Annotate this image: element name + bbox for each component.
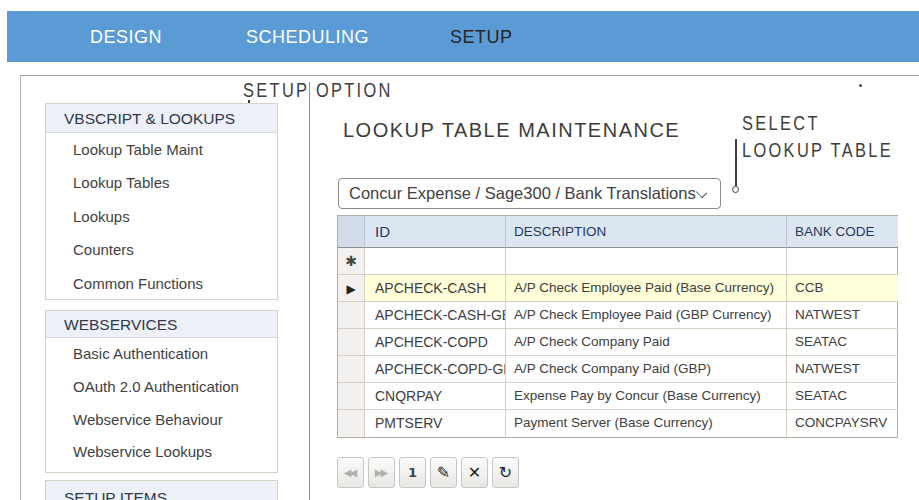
sidebar-section-vbscript-lookups: VBSCRIPT & LOOKUPS Lookup Table Maint Lo… bbox=[45, 103, 278, 300]
last-page-button[interactable]: ▶▶ bbox=[368, 457, 395, 488]
row-selector[interactable] bbox=[338, 329, 365, 356]
nav-item-design[interactable]: DESIGN bbox=[90, 26, 162, 47]
grid-cell-description[interactable]: A/P Check Company Paid (GBP) bbox=[506, 356, 787, 383]
select-lookup-callout-dot bbox=[732, 186, 739, 193]
grid-cell-id[interactable]: APCHECK-CASH bbox=[365, 275, 506, 302]
row-selector[interactable] bbox=[338, 383, 365, 410]
chevron-down-icon bbox=[696, 187, 707, 198]
grid-cell-bank-code[interactable]: NATWEST bbox=[787, 356, 898, 383]
grid-cell-id[interactable]: PMTSERV bbox=[365, 410, 506, 437]
sidebar-item-webservice-lookups[interactable]: Webservice Lookups bbox=[46, 436, 277, 469]
sidebar-item-basic-authentication[interactable]: Basic Authentication bbox=[46, 338, 277, 371]
grid-cell-bank-code[interactable] bbox=[787, 248, 898, 275]
row-selector[interactable]: ▶ bbox=[338, 275, 365, 302]
grid-cell-description[interactable]: Expense Pay by Concur (Base Currency) bbox=[506, 383, 787, 410]
grid-cell-id[interactable]: APCHECK-COPD bbox=[365, 329, 506, 356]
delete-x-icon[interactable]: ✕ bbox=[461, 457, 488, 488]
refresh-icon[interactable]: ↻ bbox=[492, 457, 519, 488]
sidebar-item-counters[interactable]: Counters bbox=[46, 233, 277, 266]
grid-cell-description[interactable]: A/P Check Employee Paid (Base Currency) bbox=[506, 275, 787, 302]
sidebar-section-setup-items: SETUP ITEMS bbox=[45, 480, 278, 500]
edit-pencil-icon[interactable]: ✎ bbox=[430, 457, 457, 488]
grid-row-apcheck-copd: APCHECK-COPD A/P Check Company Paid SEAT… bbox=[338, 329, 897, 356]
grid-header-id[interactable]: ID bbox=[365, 216, 506, 248]
sidebar-item-lookup-tables[interactable]: Lookup Tables bbox=[46, 166, 277, 199]
grid-cell-description[interactable]: Payment Server (Base Currency) bbox=[506, 410, 787, 437]
grid-cell-id[interactable]: APCHECK-CASH-GBP bbox=[365, 302, 506, 329]
new-row-indicator[interactable]: ✱ bbox=[338, 248, 365, 275]
grid-cell-bank-code[interactable]: SEATAC bbox=[787, 383, 898, 410]
lookup-table-grid: ID DESCRIPTION BANK CODE ✱ ▶ APCHECK-CAS… bbox=[337, 215, 898, 438]
asterisk-icon: ✱ bbox=[345, 253, 357, 269]
row-selector[interactable] bbox=[338, 410, 365, 437]
annotation-setup-option: SETUP OPTION bbox=[243, 78, 435, 102]
grid-row-pmtserv: PMTSERV Payment Server (Base Currency) C… bbox=[338, 410, 897, 437]
grid-cell-id[interactable]: APCHECK-COPD-GBP bbox=[365, 356, 506, 383]
grid-cell-bank-code[interactable]: CONCPAYSRV bbox=[787, 410, 898, 437]
sidebar-header-vbscript-lookups[interactable]: VBSCRIPT & LOOKUPS bbox=[46, 104, 277, 133]
sidebar-item-lookups[interactable]: Lookups bbox=[46, 200, 277, 233]
sidebar-header-setup-items[interactable]: SETUP ITEMS bbox=[46, 481, 277, 500]
sidebar-item-common-functions[interactable]: Common Functions bbox=[46, 267, 277, 300]
sidebar-divider bbox=[309, 82, 310, 500]
grid-cell-description[interactable]: A/P Check Employee Paid (GBP Currency) bbox=[506, 302, 787, 329]
lookup-table-dropdown-value: Concur Expense / Sage300 / Bank Translat… bbox=[349, 184, 696, 202]
period-mark bbox=[859, 84, 862, 87]
grid-header-description[interactable]: DESCRIPTION bbox=[506, 216, 787, 248]
grid-row-apcheck-cash: ▶ APCHECK-CASH A/P Check Employee Paid (… bbox=[338, 275, 897, 302]
grid-row-apcheck-copd-gbp: APCHECK-COPD-GBP A/P Check Company Paid … bbox=[338, 356, 897, 383]
lookup-table-maintenance-screen: DESIGN SCHEDULING SETUP SETUP OPTION SEL… bbox=[0, 0, 919, 500]
sidebar-header-webservices[interactable]: WEBSERVICES bbox=[46, 311, 277, 338]
sidebar-item-lookup-table-maint[interactable]: Lookup Table Maint bbox=[46, 133, 277, 166]
nav-item-scheduling[interactable]: SCHEDULING bbox=[246, 26, 369, 47]
grid-cell-bank-code[interactable]: NATWEST bbox=[787, 302, 898, 329]
grid-row-cnqrpay: CNQRPAY Expense Pay by Concur (Base Curr… bbox=[338, 383, 897, 410]
grid-cell-id[interactable]: CNQRPAY bbox=[365, 383, 506, 410]
annotation-select-lookup-table: SELECT LOOKUP TABLE bbox=[742, 109, 919, 163]
lookup-table-dropdown[interactable]: Concur Expense / Sage300 / Bank Translat… bbox=[338, 178, 721, 209]
grid-cell-bank-code[interactable]: SEATAC bbox=[787, 329, 898, 356]
grid-row-apcheck-cash-gbp: APCHECK-CASH-GBP A/P Check Employee Paid… bbox=[338, 302, 897, 329]
sidebar-section-webservices: WEBSERVICES Basic Authentication OAuth 2… bbox=[45, 310, 278, 473]
grid-cell-bank-code[interactable]: CCB bbox=[787, 275, 898, 302]
grid-header-bank-code[interactable]: BANK CODE bbox=[787, 216, 898, 248]
sidebar-item-webservice-behaviour[interactable]: Webservice Behaviour bbox=[46, 404, 277, 437]
grid-toolbar: ◀◀ ▶▶ 1 ✎ ✕ ↻ bbox=[337, 457, 519, 488]
grid-header-selector bbox=[338, 216, 365, 248]
current-row-arrow-icon: ▶ bbox=[346, 282, 355, 296]
grid-cell-id[interactable] bbox=[365, 248, 506, 275]
nav-item-setup[interactable]: SETUP bbox=[450, 26, 513, 47]
page-title: LOOKUP TABLE MAINTENANCE bbox=[343, 119, 680, 142]
select-lookup-callout-line bbox=[735, 139, 737, 186]
grid-cell-description[interactable]: A/P Check Company Paid bbox=[506, 329, 787, 356]
grid-new-row: ✱ bbox=[338, 248, 897, 275]
top-nav-bar: DESIGN SCHEDULING SETUP bbox=[7, 11, 919, 62]
page-number-button[interactable]: 1 bbox=[399, 457, 426, 488]
grid-header-row: ID DESCRIPTION BANK CODE bbox=[338, 216, 897, 248]
sidebar-item-oauth-authentication[interactable]: OAuth 2.0 Authentication bbox=[46, 371, 277, 404]
grid-cell-description[interactable] bbox=[506, 248, 787, 275]
row-selector[interactable] bbox=[338, 356, 365, 383]
first-page-button[interactable]: ◀◀ bbox=[337, 457, 364, 488]
row-selector[interactable] bbox=[338, 302, 365, 329]
